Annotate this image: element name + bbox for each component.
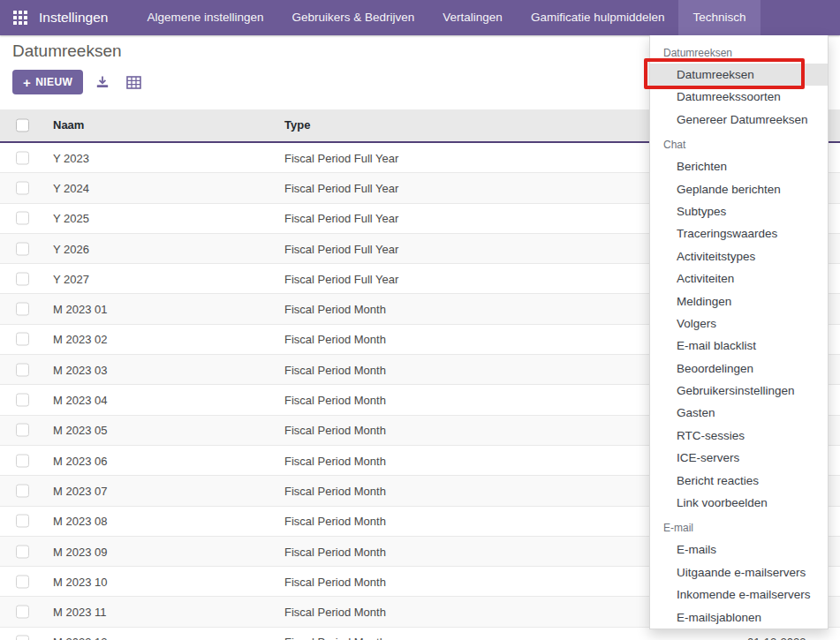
- menu-item-e-mails[interactable]: E-mails: [650, 538, 828, 561]
- row-checkbox[interactable]: [16, 394, 29, 407]
- cell-type: Fiscal Period Month: [284, 333, 386, 346]
- select-all-checkbox[interactable]: [16, 119, 29, 132]
- menu-item-link-voorbeelden[interactable]: Link voorbeelden: [650, 492, 828, 514]
- cell-name: M 2023 10: [53, 575, 107, 588]
- page-title: Datumreeksen: [12, 41, 122, 61]
- cell-type: Fiscal Period Month: [284, 636, 386, 640]
- cell-type: Fiscal Period Full Year: [284, 242, 398, 255]
- cell-type: Fiscal Period Month: [284, 515, 386, 528]
- menu-item-meldingen[interactable]: Meldingen: [650, 290, 828, 312]
- menu-item-inkomende-e-mailservers[interactable]: Inkomende e-mailservers: [650, 584, 828, 606]
- menu-item-datumreeksen[interactable]: Datumreeksen: [650, 64, 828, 86]
- cell-type: Fiscal Period Month: [284, 454, 386, 467]
- row-checkbox[interactable]: [16, 454, 29, 467]
- cell-type: Fiscal Period Month: [284, 484, 386, 497]
- row-checkbox[interactable]: [16, 575, 29, 588]
- menu-item-ice-servers[interactable]: ICE-servers: [650, 447, 828, 469]
- row-checkbox[interactable]: [16, 303, 29, 316]
- cell-name: Y 2023: [53, 151, 89, 164]
- row-checkbox[interactable]: [16, 515, 29, 528]
- nav-item-vertalingen[interactable]: Vertalingen: [428, 0, 517, 35]
- row-checkbox[interactable]: [16, 212, 29, 225]
- list-view-button[interactable]: [122, 71, 145, 94]
- menu-section-title-e-mail: E-mail: [650, 514, 828, 538]
- menu-item-gebruikersinstellingen[interactable]: Gebruikersinstellingen: [650, 380, 828, 402]
- cell-name: Y 2025: [53, 212, 89, 225]
- menu-item-activiteiten[interactable]: Activiteiten: [650, 267, 828, 290]
- row-checkbox[interactable]: [16, 151, 29, 164]
- row-checkbox[interactable]: [16, 363, 29, 376]
- nav-item-gamificatie-hulpmiddelen[interactable]: Gamificatie hulpmiddelen: [517, 0, 679, 35]
- row-checkbox[interactable]: [16, 242, 29, 255]
- nav-item-gebruikers-bedrijven[interactable]: Gebruikers & Bedrijven: [278, 0, 429, 35]
- table-icon: [126, 76, 141, 89]
- row-checkbox[interactable]: [16, 606, 29, 619]
- menu-item-beoordelingen[interactable]: Beoordelingen: [650, 358, 828, 380]
- cell-name: M 2023 12: [53, 636, 107, 640]
- cell-type: Fiscal Period Full Year: [284, 151, 398, 164]
- navbar-items: Algemene instellingenGebruikers & Bedrij…: [132, 0, 760, 35]
- cell-name: M 2023 11: [53, 606, 106, 619]
- cell-type: Fiscal Period Month: [284, 545, 386, 558]
- new-button[interactable]: + NIEUW: [12, 70, 83, 94]
- action-buttons: + NIEUW: [12, 70, 145, 94]
- menu-item-gasten[interactable]: Gasten: [650, 402, 828, 424]
- cell-name: M 2023 05: [53, 424, 107, 437]
- cell-name: M 2023 04: [53, 394, 107, 407]
- cell-type: Fiscal Period Month: [284, 575, 386, 588]
- cell-type: Fiscal Period Full Year: [284, 272, 398, 285]
- technical-dropdown-menu: DatumreeksenDatumreeksenDatumreekssoorte…: [649, 35, 829, 629]
- cell-name: M 2023 06: [53, 454, 107, 467]
- cell-type: Fiscal Period Month: [284, 303, 386, 316]
- plus-icon: +: [23, 76, 31, 89]
- cell-type: Fiscal Period Month: [284, 363, 386, 376]
- app-name[interactable]: Instellingen: [39, 10, 108, 26]
- menu-item-activiteitstypes[interactable]: Activiteitstypes: [650, 245, 828, 267]
- menu-item-e-mail-blacklist[interactable]: E-mail blacklist: [650, 335, 828, 357]
- nav-item-technisch[interactable]: Technisch: [678, 0, 760, 35]
- menu-item-datumreekssoorten[interactable]: Datumreekssoorten: [650, 86, 828, 108]
- cell-name: M 2023 02: [53, 333, 107, 346]
- menu-item-geplande-berichten[interactable]: Geplande berichten: [650, 178, 828, 200]
- cell-type: Fiscal Period Full Year: [284, 181, 398, 194]
- menu-item-e-mailsjablonen[interactable]: E-mailsjablonen: [650, 606, 828, 629]
- menu-item-traceringswaardes[interactable]: Traceringswaardes: [650, 222, 828, 245]
- menu-item-genereer-datumreeksen[interactable]: Genereer Datumreeksen: [650, 109, 828, 131]
- cell-name: M 2023 08: [53, 515, 107, 528]
- download-icon: [95, 75, 110, 89]
- cell-type: Fiscal Period Month: [284, 394, 386, 407]
- cell-name: Y 2026: [53, 242, 89, 255]
- column-header-type[interactable]: Type: [284, 109, 310, 141]
- column-header-naam[interactable]: Naam: [53, 109, 84, 141]
- row-checkbox[interactable]: [16, 272, 29, 285]
- cell-date: 01-12-2023: [747, 636, 806, 640]
- cell-name: M 2023 09: [53, 545, 107, 558]
- row-checkbox[interactable]: [16, 484, 29, 497]
- cell-type: Fiscal Period Month: [284, 424, 386, 437]
- apps-menu-icon[interactable]: [13, 11, 27, 25]
- row-checkbox[interactable]: [16, 181, 29, 194]
- menu-item-subtypes[interactable]: Subtypes: [650, 200, 828, 222]
- cell-name: M 2023 03: [53, 363, 107, 376]
- menu-section-title-datumreeksen: Datumreeksen: [650, 39, 828, 64]
- cell-name: M 2023 01: [53, 303, 107, 316]
- row-checkbox[interactable]: [16, 333, 29, 346]
- menu-item-rtc-sessies[interactable]: RTC-sessies: [650, 425, 828, 447]
- menu-item-bericht-reacties[interactable]: Bericht reacties: [650, 470, 828, 492]
- cell-type: Fiscal Period Month: [284, 606, 386, 619]
- export-button[interactable]: [91, 71, 114, 94]
- cell-name: M 2023 07: [53, 484, 107, 497]
- top-navbar: Instellingen Algemene instellingenGebrui…: [0, 0, 840, 35]
- nav-item-algemene-instellingen[interactable]: Algemene instellingen: [132, 0, 277, 35]
- row-checkbox[interactable]: [16, 636, 29, 640]
- new-button-label: NIEUW: [35, 76, 72, 88]
- row-checkbox[interactable]: [16, 545, 29, 558]
- menu-item-uitgaande-e-mailservers[interactable]: Uitgaande e-mailservers: [650, 561, 828, 584]
- menu-item-volgers[interactable]: Volgers: [650, 312, 828, 335]
- cell-name: Y 2027: [53, 272, 89, 285]
- row-checkbox[interactable]: [16, 424, 29, 437]
- menu-item-berichten[interactable]: Berichten: [650, 155, 828, 177]
- menu-section-title-chat: Chat: [650, 131, 828, 155]
- cell-name: Y 2024: [53, 181, 89, 194]
- cell-type: Fiscal Period Full Year: [284, 212, 398, 225]
